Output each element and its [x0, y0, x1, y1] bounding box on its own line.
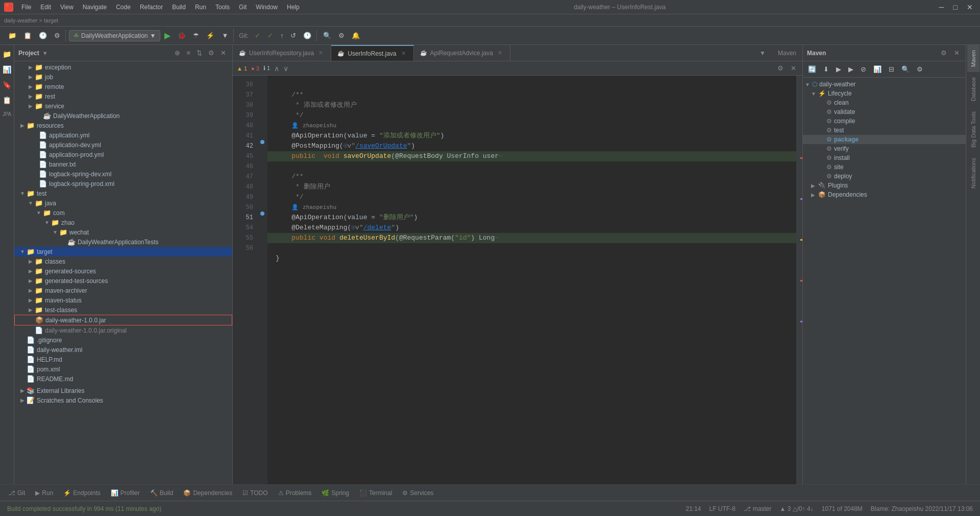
- maven-package[interactable]: ⚙ package: [803, 135, 966, 144]
- menu-git[interactable]: Git: [235, 2, 251, 12]
- maven-execute-btn[interactable]: ▶: [833, 63, 844, 75]
- warn-close-btn[interactable]: ✕: [789, 63, 798, 73]
- maven-install[interactable]: ⚙ install: [803, 153, 966, 162]
- maven-show-diagram-btn[interactable]: 📊: [870, 63, 885, 75]
- menu-help[interactable]: Help: [283, 2, 304, 12]
- menu-file[interactable]: File: [17, 2, 35, 12]
- maven-lifecycle[interactable]: ▼ ⚡ Lifecycle: [803, 89, 966, 98]
- menu-build[interactable]: Build: [168, 2, 190, 12]
- bottom-btn-spring[interactable]: 🌿 Spring: [317, 488, 353, 498]
- toggle-wechat[interactable]: ▼: [51, 229, 59, 235]
- notifications-btn[interactable]: 🔔: [349, 30, 363, 41]
- tab-more-btn[interactable]: ▼: [755, 45, 770, 61]
- toolbar-settings-btn[interactable]: ⚙: [51, 30, 63, 41]
- toggle-classes[interactable]: ▶: [27, 259, 35, 264]
- toggle-remote[interactable]: ▶: [27, 84, 35, 89]
- side-icon-bookmarks[interactable]: 🔖: [0, 78, 14, 92]
- toggle-resources[interactable]: ▶: [18, 123, 27, 128]
- toggle-maven-archiver[interactable]: ▶: [27, 288, 35, 293]
- maven-site[interactable]: ⚙ site: [803, 162, 966, 172]
- maven-deps[interactable]: ▶ 📦 Dependencies: [803, 190, 966, 199]
- menu-tools[interactable]: Tools: [211, 2, 234, 12]
- maven-compile[interactable]: ⚙ compile: [803, 116, 966, 126]
- toggle-service[interactable]: ▶: [27, 103, 35, 109]
- status-lines[interactable]: 1071 of 2048M: [819, 504, 866, 513]
- tab-apiadvice[interactable]: ☕ ApiRequestAdvice.java ✕: [414, 45, 510, 61]
- breadcrumb-project[interactable]: daily-weather > target: [4, 17, 58, 24]
- toggle-test[interactable]: ▼: [18, 191, 27, 196]
- toggle-java[interactable]: ▼: [27, 200, 35, 206]
- gutter-51[interactable]: [257, 208, 267, 219]
- maximize-button[interactable]: □: [950, 2, 961, 12]
- tree-item-applyml-dev[interactable]: 📄 application-dev.yml: [14, 140, 232, 150]
- coverage-button[interactable]: ☂: [190, 30, 202, 41]
- more-run-btn[interactable]: ▼: [218, 30, 231, 41]
- tree-item-pom[interactable]: 📄 pom.xml: [14, 364, 232, 374]
- right-tab-database[interactable]: Database: [967, 72, 979, 106]
- toggle-exception[interactable]: ▶: [27, 64, 35, 70]
- tab-close-repo[interactable]: ✕: [317, 49, 325, 57]
- maven-test[interactable]: ⚙ test: [803, 126, 966, 135]
- menu-code[interactable]: Code: [112, 2, 135, 12]
- bottom-btn-git[interactable]: ⎇ Git: [4, 488, 29, 498]
- status-branch[interactable]: ⎇ master: [741, 504, 775, 513]
- toggle-com[interactable]: ▼: [35, 210, 43, 216]
- menu-refactor[interactable]: Refactor: [136, 2, 167, 12]
- side-icon-project[interactable]: 📁: [0, 47, 14, 61]
- toggle-test-classes[interactable]: ▶: [27, 307, 35, 313]
- maven-run-btn[interactable]: ▶: [845, 63, 856, 75]
- maven-close-btn[interactable]: ✕: [952, 48, 962, 58]
- debug-button[interactable]: 🐞: [175, 30, 189, 41]
- git-update-btn[interactable]: ✓: [252, 30, 263, 41]
- tree-item-rest[interactable]: ▶ 📁 rest: [14, 91, 232, 101]
- toggle-rest[interactable]: ▶: [27, 93, 35, 99]
- status-blame[interactable]: Blame: Zhaopeishu 2022/11/17 13:06: [868, 504, 976, 513]
- side-icon-structure[interactable]: 📋: [0, 93, 14, 107]
- tree-item-logback-dev[interactable]: 📄 logback-spring-dev.xml: [14, 169, 232, 179]
- maven-validate[interactable]: ⚙ validate: [803, 107, 966, 116]
- settings-btn[interactable]: ⚙: [206, 48, 216, 58]
- menu-run[interactable]: Run: [191, 2, 210, 12]
- tree-item-classes[interactable]: ▶ 📁 classes: [14, 256, 232, 266]
- tree-item-com[interactable]: ▼ 📁 com: [14, 208, 232, 218]
- tree-item-gen-src[interactable]: ▶ 📁 generated-sources: [14, 266, 232, 276]
- bottom-btn-dependencies[interactable]: 📦 Dependencies: [179, 488, 236, 498]
- bottom-btn-terminal[interactable]: ⬛ Terminal: [355, 488, 396, 498]
- maven-clean[interactable]: ⚙ clean: [803, 98, 966, 107]
- maven-settings-btn[interactable]: ⚙: [939, 48, 949, 58]
- close-button[interactable]: ✕: [964, 2, 976, 12]
- tree-item-maven-archiver[interactable]: ▶ 📁 maven-archiver: [14, 286, 232, 295]
- maven-deploy[interactable]: ⚙ deploy: [803, 172, 966, 181]
- maven-deps-toggle[interactable]: ▶: [811, 192, 818, 198]
- tree-item-zhao[interactable]: ▼ 📁 zhao: [14, 218, 232, 227]
- tree-item-gen-test-src[interactable]: ▶ 📁 generated-test-sources: [14, 276, 232, 286]
- tree-item-maven-status[interactable]: ▶ 📁 maven-status: [14, 295, 232, 305]
- tree-item-gitignore[interactable]: 📄 .gitignore: [14, 335, 232, 345]
- maven-collapse-btn[interactable]: ⊟: [886, 63, 897, 75]
- run-button[interactable]: ▶: [161, 29, 174, 42]
- tree-item-apptests[interactable]: ☕ DailyWeatherApplicationTests: [14, 237, 232, 247]
- tree-item-applyml[interactable]: 📄 application.yml: [14, 130, 232, 140]
- tab-userinforepo[interactable]: ☕ UserInfoRepository.java ✕: [233, 45, 331, 61]
- minimize-button[interactable]: ─: [936, 2, 947, 12]
- status-encoding[interactable]: LF UTF-8: [706, 504, 739, 513]
- tree-item-jar-orig[interactable]: 📄 daily-weather-1.0.0.jar.original: [14, 325, 232, 335]
- tree-item-jar[interactable]: 📦 daily-weather-1.0.0.jar: [14, 315, 232, 325]
- status-vcs-warnings[interactable]: ▲ 3 △/0↑ 4↓: [777, 504, 817, 513]
- maven-root-toggle[interactable]: ▼: [805, 82, 812, 87]
- tree-item-resources[interactable]: ▶ 📁 resources: [14, 121, 232, 130]
- right-tab-notifications[interactable]: Notifications: [967, 153, 979, 194]
- toggle-ext-libs[interactable]: ▶: [18, 388, 27, 393]
- maven-settings2-btn[interactable]: ⚙: [914, 63, 926, 75]
- maven-verify[interactable]: ⚙ verify: [803, 144, 966, 153]
- toggle-scratches[interactable]: ▶: [18, 397, 27, 403]
- tree-item-target[interactable]: ▼ 📁 target: [14, 247, 232, 256]
- bottom-btn-services[interactable]: ⚙ Services: [398, 488, 437, 498]
- tree-item-service[interactable]: ▶ 📁 service: [14, 101, 232, 111]
- sort-btn[interactable]: ⇅: [194, 48, 204, 58]
- warn-prev-btn[interactable]: ∧: [274, 64, 279, 73]
- side-icon-jpa[interactable]: JPA: [0, 108, 14, 120]
- menu-edit[interactable]: Edit: [36, 2, 55, 12]
- tree-item-remote[interactable]: ▶ 📁 remote: [14, 82, 232, 91]
- tree-item-applyml-prod[interactable]: 📄 application-prod.yml: [14, 150, 232, 159]
